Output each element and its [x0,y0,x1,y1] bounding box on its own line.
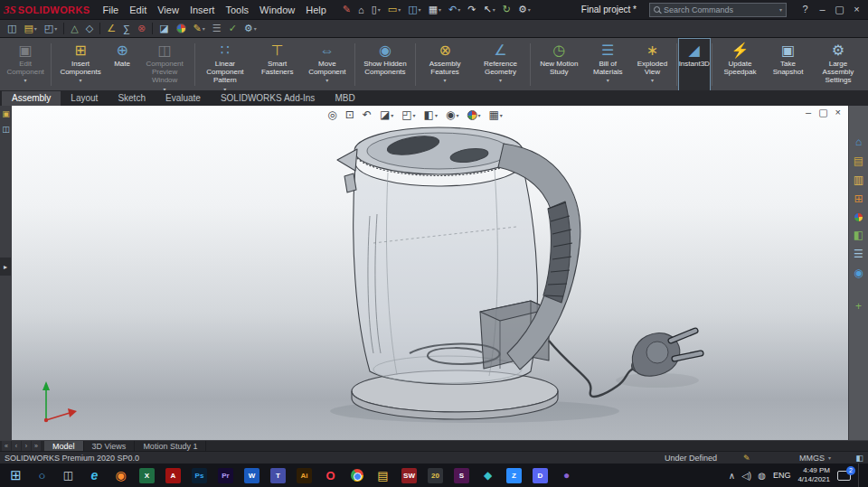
ribbon-bill-of-materials[interactable]: ☰Bill of Materials▾ [585,39,630,90]
tab-solidworks-add-ins[interactable]: SOLIDWORKS Add-Ins [211,91,325,106]
language-indicator[interactable]: ENG [773,471,791,480]
help-icon[interactable]: ? [797,4,813,15]
restore-document-icon[interactable]: ▢ [818,107,827,118]
discord-icon[interactable]: D [527,464,553,487]
redo-icon[interactable]: ↷ [464,4,479,15]
viewport-window-icon[interactable]: ◫ [4,23,20,34]
home-icon[interactable]: ⌂ [354,5,368,15]
design-library-icon[interactable]: ▤ [854,155,863,167]
display-states-icon[interactable]: ▤▾ [20,23,40,34]
menu-insert[interactable]: Insert [184,2,221,18]
measure-icon[interactable]: ∠ [103,23,119,34]
search-input[interactable] [664,5,778,14]
premiere-icon[interactable]: Pr [212,464,239,487]
tab-sketch[interactable]: Sketch [108,91,156,106]
tab-3d-views[interactable]: 3D Views [84,441,136,452]
mass-properties-icon[interactable]: ∑ [119,23,134,34]
purple-app-icon[interactable]: ● [553,464,580,487]
forum-icon[interactable]: ◉ [854,267,863,279]
tab-layout[interactable]: Layout [61,91,108,106]
prev-tab-icon[interactable]: ‹ [12,441,21,451]
ribbon-instant3d[interactable]: ◢Instant3D [679,39,710,90]
menu-help[interactable]: Help [300,2,332,18]
style-tool-icon[interactable]: ✎ [339,4,354,15]
select-icon[interactable]: ↖▾ [480,4,499,15]
file-explorer-icon[interactable]: ▤ [370,464,396,487]
ribbon-show-hidden-components[interactable]: ◉Show Hidden Components [357,39,413,90]
wireframe-icon[interactable]: ◇ [82,23,97,34]
ribbon-insert-components[interactable]: ⊞Insert Components▾ [53,39,108,90]
start-button[interactable]: ⊞ [3,464,29,487]
chevron-down-icon[interactable]: ▾ [779,6,782,13]
ribbon-move-component[interactable]: ⇔Move Component▾ [301,39,353,90]
feature-manager-flyout-arrow[interactable]: ▸ [0,258,11,276]
close-document-icon[interactable]: × [835,107,841,118]
spell-check-icon[interactable]: ✓ [225,23,241,34]
scene-icon[interactable]: ◧ [854,229,863,241]
volume-icon[interactable]: ◁) [741,471,751,481]
word-icon[interactable]: W [239,464,265,487]
tab-motion-study-1[interactable]: Motion Study 1 [135,441,206,452]
undo-icon[interactable]: ↶▾ [445,4,464,15]
search-commands-box[interactable]: ▾ [649,3,787,17]
viewport-canvas[interactable]: ◎⊡↶◪▾◰▾◧▾◉▾▾▦▾ –▢× [12,106,848,440]
ribbon-new-motion-study[interactable]: ◷New Motion Study [533,39,585,90]
search-button[interactable]: ○ [29,464,55,487]
annotations-icon[interactable]: ☰ [209,23,225,34]
menu-window[interactable]: Window [254,2,300,18]
acrobat-icon[interactable]: A [160,464,186,487]
edit-sketch-icon[interactable]: ✎▾ [190,23,209,34]
teams-icon[interactable]: T [265,464,291,487]
tab-model[interactable]: Model [44,441,84,452]
ribbon-take-snapshot[interactable]: ▣Take Snapshot [766,39,810,90]
section-view-icon[interactable]: ◪ [156,23,172,34]
solidworks-icon[interactable]: SW [396,464,422,487]
new-document-icon[interactable]: ▯▾ [368,4,384,15]
isometric-view-icon[interactable]: △ [67,23,81,34]
rebuild-icon[interactable]: ↻ [499,4,514,15]
opera-icon[interactable]: O [317,464,344,487]
ribbon-linear-component-pattern[interactable]: ∷Linear Component Pattern▾ [197,39,253,90]
options-icon[interactable]: ⚙▾ [241,23,260,34]
kettle-3d-model[interactable] [303,108,710,433]
menu-file[interactable]: File [98,2,125,18]
appearances-icon[interactable] [854,212,863,222]
print-icon[interactable]: ▦▾ [425,4,445,15]
edge-icon[interactable]: e [81,464,108,487]
zoom-icon[interactable]: Z [501,464,527,487]
chevron-up-icon[interactable]: ∧ [729,471,735,481]
next-tab-icon[interactable]: › [22,441,31,451]
solidworks-resources-icon[interactable]: ⌂ [855,136,862,148]
show-desktop-button[interactable] [858,464,863,487]
tab-evaluate[interactable]: Evaluate [156,91,211,106]
photoshop-icon[interactable]: Ps [186,464,212,487]
last-tab-icon[interactable]: » [32,441,41,451]
firefox-icon[interactable]: ◉ [108,464,134,487]
illustrator-icon[interactable]: Ai [291,464,317,487]
teal-app-icon[interactable]: ◆ [475,464,501,487]
clock[interactable]: 4:49 PM 4/14/2021 [797,466,830,485]
ribbon-smart-fasteners[interactable]: ⊤Smart Fasteners [253,39,302,90]
ribbon-reference-geometry[interactable]: ∠Reference Geometry▾ [472,39,528,90]
tab-assembly[interactable]: Assembly [2,91,61,106]
appearance-icon[interactable] [173,23,190,33]
menu-view[interactable]: View [152,2,184,18]
file-explorer-icon[interactable]: ▥ [854,174,863,186]
ribbon-exploded-view[interactable]: ∗Exploded View▾ [630,39,675,90]
view-palette-icon[interactable]: ⊞ [854,193,863,205]
minimize-document-icon[interactable]: – [806,107,811,118]
chrome-icon[interactable] [344,464,370,487]
action-center-icon[interactable]: 2 [837,471,851,481]
menu-tools[interactable]: Tools [220,2,254,18]
maximize-icon[interactable]: ▢ [832,4,847,15]
ribbon-assembly-features[interactable]: ⊗Assembly Features▾ [418,39,473,90]
ribbon-large-assembly-settings[interactable]: ⚙Large Assembly Settings [810,39,866,90]
app-2020-icon[interactable]: 20 [422,464,448,487]
menu-edit[interactable]: Edit [124,2,152,18]
ribbon-update-speedpak[interactable]: ⚡Update Speedpak [714,39,766,90]
settings-gear-icon[interactable]: ⚙▾ [514,4,534,15]
tags-icon[interactable]: + [855,301,862,313]
close-icon[interactable]: × [849,4,864,15]
ribbon-mate[interactable]: ⊕Mate [108,39,137,90]
tab-mbd[interactable]: MBD [325,91,364,106]
